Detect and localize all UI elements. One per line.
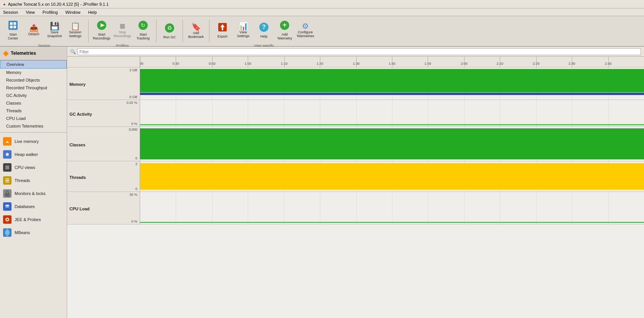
svg-rect-21 (5, 166, 9, 169)
sidebar-nav-databases[interactable]: Databases (0, 200, 67, 213)
grid-line-2 (212, 192, 212, 224)
start-recordings-button[interactable]: StartRecordings (92, 18, 112, 43)
session-settings-icon: 📋 (71, 22, 80, 30)
classes-max-label: 3,000 (69, 128, 137, 131)
tick-line-10 (500, 57, 500, 67)
filter-input[interactable] (77, 48, 641, 55)
svg-rect-29 (5, 205, 9, 206)
run-gc-icon: ♻ (164, 23, 175, 35)
grid-line-8 (428, 192, 428, 224)
telemetries-icon: ◆ (3, 49, 8, 57)
svg-rect-0 (8, 21, 18, 30)
sidebar-item-classes[interactable]: Classes (0, 99, 67, 107)
start-center-button[interactable]: StartCenter (3, 18, 23, 43)
detach-label: Detach (28, 33, 40, 36)
export-icon (217, 22, 228, 34)
title-bar: ● Apache Tomcat 5.x on 10.20.4.122 [5] -… (0, 0, 644, 8)
add-telemetry-button[interactable]: + AddTelemetry (275, 18, 295, 43)
view-settings-label: ViewSettings (237, 31, 250, 38)
classes-chart-row: 3,000 Classes 0 (67, 127, 644, 161)
session-settings-button[interactable]: 📋 SessionSettings (65, 18, 85, 43)
memory-chart-title: Memory (69, 80, 137, 87)
stop-recordings-button[interactable]: ⏹ StopRecordings (112, 18, 132, 43)
cpu-load-label: CPU Load (6, 116, 26, 121)
toolbar-divider-1 (88, 20, 89, 43)
grid-line-7 (392, 100, 392, 126)
detach-button[interactable]: 📤 Detach (24, 18, 44, 43)
grid-line-0 (140, 192, 140, 224)
threads-chart-label: 2 Threads 0 (67, 161, 140, 192)
cpu-grid (140, 192, 644, 224)
menu-window[interactable]: Window (64, 9, 82, 15)
sidebar-item-recorded-objects[interactable]: Recorded Objects (0, 76, 67, 84)
sidebar-nav-mbeans[interactable]: MBeans (0, 226, 67, 239)
export-label: Export (217, 35, 227, 39)
classes-label: Classes (6, 101, 21, 105)
sidebar-item-custom-telemetries[interactable]: Custom Telemetries (0, 122, 67, 130)
sidebar-nav-cpu-views[interactable]: CPU views (0, 161, 67, 174)
app-icon: ● (3, 2, 6, 7)
overview-label: Overview (7, 62, 24, 67)
start-center-icon (8, 20, 18, 32)
cpu-chart-data (140, 192, 644, 224)
sidebar-item-overview[interactable]: Overview (0, 60, 67, 69)
window-title: Apache Tomcat 5.x on 10.20.4.122 [5] - J… (8, 2, 109, 7)
sidebar-item-threads[interactable]: Threads (0, 107, 67, 115)
sidebar-nav-live-memory[interactable]: Live memory (0, 135, 67, 148)
grid-line-4 (284, 100, 285, 126)
configure-telemetries-button[interactable]: ⚙ ConfigureTelemetries (295, 18, 315, 43)
timeline-header-row: 0:300:400:501:001:101:201:301:401:502:00… (67, 57, 644, 67)
menu-session[interactable]: Session (2, 9, 20, 15)
timeline-ticks: 0:300:400:501:001:101:201:301:401:502:00… (140, 57, 644, 67)
save-snapshot-button[interactable]: 💾 SaveSnapshot (44, 18, 64, 43)
heap-walker-icon (3, 150, 12, 159)
sidebar-item-gc-activity[interactable]: GC Activity (0, 92, 67, 99)
grid-line-1 (176, 100, 176, 126)
view-settings-icon: 📊 (239, 22, 248, 30)
tick-line-2 (212, 57, 212, 67)
svg-point-33 (7, 219, 8, 220)
menu-view[interactable]: View (24, 9, 36, 15)
menu-profiling[interactable]: Profiling (41, 9, 59, 15)
sidebar-nav-heap-walker[interactable]: Heap walker (0, 148, 67, 161)
classes-chart-label: 3,000 Classes 0 (67, 127, 140, 161)
chart-container: 0:300:400:501:001:101:201:301:401:502:00… (67, 57, 644, 318)
grid-line-4 (284, 192, 285, 224)
grid-line-5 (320, 192, 320, 224)
sidebar-nav-monitors-locks[interactable]: Monitors & locks (0, 187, 67, 200)
export-button[interactable]: Export (212, 18, 232, 43)
sidebar-item-recorded-throughput[interactable]: Recorded Throughput (0, 84, 67, 92)
mbeans-label: MBeans (15, 230, 30, 235)
threads-bar (140, 163, 644, 190)
tick-line-5 (320, 57, 320, 67)
grid-line-8 (428, 100, 428, 126)
start-tracking-button[interactable]: ↻ StartTracking (133, 18, 153, 43)
add-bookmark-button[interactable]: 🔖 AddBookmark (186, 18, 206, 44)
tick-line-11 (536, 57, 537, 67)
sidebar-item-memory[interactable]: Memory (0, 69, 67, 76)
sidebar-item-cpu-load[interactable]: CPU Load (0, 115, 67, 122)
menu-help[interactable]: Help (87, 9, 99, 15)
tick-line-3 (248, 57, 248, 67)
start-recordings-icon (96, 20, 107, 32)
threads-nav-icon (3, 176, 12, 185)
gc-grid (140, 100, 644, 126)
classes-bar (140, 128, 644, 159)
recorded-throughput-label: Recorded Throughput (6, 85, 47, 90)
memory-chart-row: 2 GB Memory 0 GB (67, 67, 644, 100)
help-button[interactable]: ? Help (254, 18, 274, 43)
jee-probes-icon (3, 215, 12, 224)
main-layout: ◆ Telemetries Overview Memory Recorded O… (0, 47, 644, 318)
sidebar-nav-threads[interactable]: Threads (0, 174, 67, 187)
sidebar-separator (0, 132, 67, 133)
tick-line-13 (608, 57, 609, 67)
threads-chart-title: Threads (69, 174, 137, 180)
view-settings-button[interactable]: 📊 ViewSettings (233, 18, 253, 43)
stop-recordings-icon: ⏹ (119, 22, 126, 30)
toolbar-profiling-group: StartRecordings ⏹ StopRecordings ↻ Start… (92, 18, 153, 44)
svg-text:+: + (283, 21, 287, 29)
run-gc-button[interactable]: ♻ Run GC (160, 18, 180, 44)
svg-rect-4 (13, 26, 16, 28)
sidebar-nav-jee-probes[interactable]: JEE & Probes (0, 213, 67, 226)
svg-text:♻: ♻ (167, 25, 172, 31)
